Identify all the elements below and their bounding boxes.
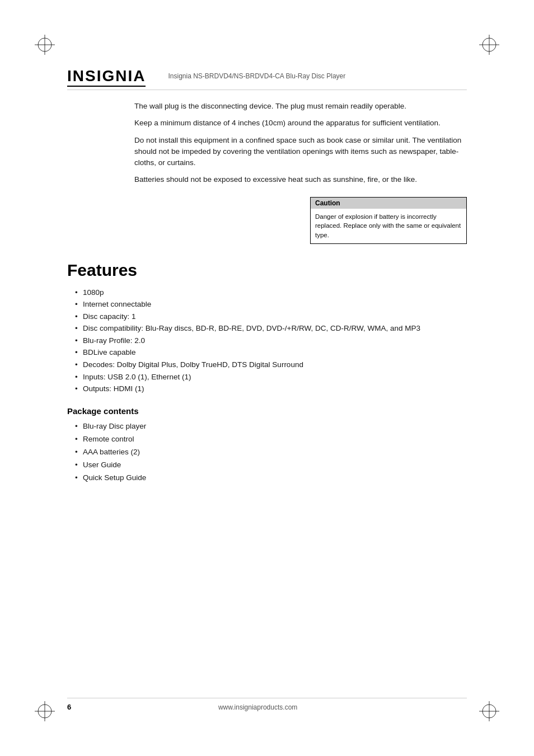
- list-item: Outputs: HDMI (1): [73, 383, 467, 395]
- footer: 6 www.insigniaproducts.com: [67, 698, 467, 711]
- header: INSIGNIA Insignia NS-BRDVD4/NS-BRDVD4-CA…: [67, 67, 467, 90]
- list-item: Inputs: USB 2.0 (1), Ethernet (1): [73, 371, 467, 383]
- list-item: Disc capacity: 1: [73, 311, 467, 323]
- intro-para-2: Keep a minimum distance of 4 inches (10c…: [134, 118, 467, 129]
- intro-section: The wall plug is the disconnecting devic…: [134, 101, 467, 244]
- list-item: User Guide: [73, 459, 467, 472]
- list-item: BDLive capable: [73, 346, 467, 359]
- features-section: Features 1080p Internet connectable Disc…: [67, 261, 467, 395]
- list-item: 1080p: [73, 287, 467, 299]
- list-item: Blu-ray Disc player: [73, 420, 467, 433]
- intro-para-4: Batteries should not be exposed to exces…: [134, 174, 467, 185]
- logo: INSIGNIA: [67, 67, 146, 85]
- corner-mark-bl: [34, 689, 67, 722]
- list-item: Internet connectable: [73, 298, 467, 311]
- package-contents-title: Package contents: [67, 406, 467, 416]
- features-list: 1080p Internet connectable Disc capacity…: [73, 287, 467, 395]
- logo-underbar: [67, 86, 146, 87]
- list-item: Quick Setup Guide: [73, 472, 467, 485]
- list-item: Remote control: [73, 433, 467, 446]
- footer-url: www.insigniaproducts.com: [71, 703, 444, 711]
- logo-text: INSIGNIA: [67, 67, 146, 84]
- intro-para-1: The wall plug is the disconnecting devic…: [134, 101, 467, 112]
- header-subtitle: Insignia NS-BRDVD4/NS-BRDVD4-CA Blu-Ray …: [168, 72, 345, 80]
- features-title: Features: [67, 261, 467, 280]
- corner-mark-br: [467, 689, 500, 722]
- package-contents-section: Package contents Blu-ray Disc player Rem…: [67, 406, 467, 485]
- corner-mark-tl: [34, 34, 67, 67]
- package-list: Blu-ray Disc player Remote control AAA b…: [73, 420, 467, 485]
- caution-body: Danger of explosion if battery is incorr…: [311, 209, 466, 243]
- intro-para-3: Do not install this equipment in a confi…: [134, 135, 467, 169]
- page-number: 6: [67, 703, 71, 711]
- list-item: Decodes: Dolby Digital Plus, Dolby TrueH…: [73, 359, 467, 371]
- list-item: Blu-ray Profile: 2.0: [73, 335, 467, 347]
- caution-header: Caution: [311, 198, 466, 209]
- page: INSIGNIA Insignia NS-BRDVD4/NS-BRDVD4-CA…: [0, 0, 534, 756]
- main-content: The wall plug is the disconnecting devic…: [67, 90, 467, 485]
- list-item: Disc compatibility: Blu-Ray discs, BD-R,…: [73, 322, 467, 335]
- corner-mark-tr: [467, 34, 500, 67]
- caution-box: Caution Danger of explosion if battery i…: [310, 197, 467, 244]
- list-item: AAA batteries (2): [73, 446, 467, 459]
